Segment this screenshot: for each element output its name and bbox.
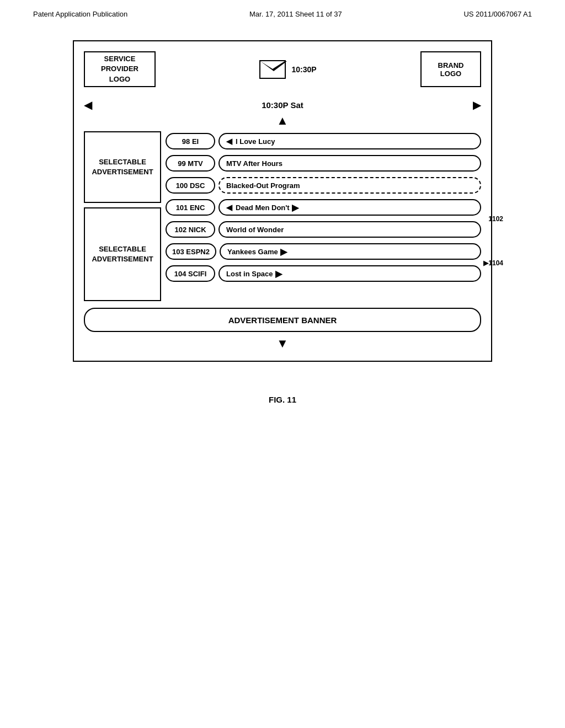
- channel-num-99: 99 MTV: [166, 155, 215, 172]
- envelope-icon: [259, 60, 286, 79]
- channel-list: 98 EI I Love Lucy 99 MTV MTV After Hours…: [166, 131, 481, 301]
- channel-program-100[interactable]: Blacked-Out Program: [218, 177, 481, 194]
- table-row[interactable]: 98 EI I Love Lucy: [166, 131, 481, 151]
- play-right-icon-101: ▶: [292, 202, 299, 213]
- ad-banner[interactable]: ADVERTISEMENT BANNER: [84, 308, 481, 332]
- channel-program-101[interactable]: Dead Men Don't ▶: [218, 199, 481, 216]
- header-right: US 2011/0067067 A1: [463, 10, 532, 18]
- table-row[interactable]: 99 MTV MTV After Hours: [166, 153, 481, 173]
- left-ads: SELECTABLE ADVERTISEMENT SELECTABLE ADVE…: [84, 131, 161, 301]
- annotation-1102: 1102: [488, 215, 503, 223]
- up-arrow[interactable]: ▲: [84, 114, 481, 128]
- time-icon-row: 10:30P: [259, 60, 316, 79]
- nav-left-arrow[interactable]: ◀: [84, 98, 92, 111]
- channel-program-102[interactable]: World of Wonder: [218, 221, 481, 238]
- ui-box: SERVICE PROVIDER LOGO 10:30P BRAND LOGO …: [73, 40, 492, 362]
- ad-box-bottom[interactable]: SELECTABLE ADVERTISEMENT: [84, 207, 161, 301]
- channel-program-98[interactable]: I Love Lucy: [218, 133, 481, 149]
- nav-right-arrow[interactable]: ▶: [473, 98, 481, 111]
- service-provider-logo: SERVICE PROVIDER LOGO: [84, 51, 156, 87]
- channel-num-98: 98 EI: [166, 133, 215, 149]
- page-header: Patent Application Publication Mar. 17, …: [0, 0, 565, 24]
- channel-num-102: 102 NICK: [166, 221, 215, 238]
- channel-program-99[interactable]: MTV After Hours: [218, 155, 481, 172]
- table-row[interactable]: 100 DSC Blacked-Out Program 1102: [166, 175, 481, 195]
- channel-num-100: 100 DSC: [166, 177, 215, 194]
- brand-logo: BRAND LOGO: [420, 51, 481, 87]
- nav-row: ◀ 10:30P Sat ▶: [84, 98, 481, 111]
- down-arrow[interactable]: ▼: [84, 336, 481, 351]
- annotation-1104: ▶1104: [483, 259, 503, 267]
- play-right-icon-104: ▶: [275, 269, 282, 279]
- figure-caption: FIG. 11: [269, 395, 296, 404]
- top-bar: SERVICE PROVIDER LOGO 10:30P BRAND LOGO: [84, 51, 481, 93]
- channel-num-104: 104 SCIFI: [166, 265, 215, 282]
- ad-box-top[interactable]: SELECTABLE ADVERTISEMENT: [84, 131, 161, 203]
- table-row[interactable]: 102 NICK World of Wonder: [166, 220, 481, 239]
- table-row[interactable]: 104 SCIFI Lost in Space ▶: [166, 264, 481, 283]
- table-row[interactable]: 103 ESPN2 Yankees Game ▶: [166, 242, 481, 261]
- time-label: 10:30P: [291, 65, 316, 74]
- grid-area: SELECTABLE ADVERTISEMENT SELECTABLE ADVE…: [84, 131, 481, 301]
- header-left: Patent Application Publication: [33, 10, 127, 18]
- table-row[interactable]: 101 ENC Dead Men Don't ▶ ▶1104: [166, 197, 481, 217]
- channel-program-103[interactable]: Yankees Game ▶: [220, 243, 481, 260]
- play-right-icon-103: ▶: [280, 247, 287, 257]
- nav-time: 10:30P Sat: [98, 100, 467, 110]
- channel-num-103: 103 ESPN2: [166, 243, 216, 260]
- channel-num-101: 101 ENC: [166, 199, 215, 216]
- center-header: 10:30P: [259, 60, 316, 79]
- main-content: SERVICE PROVIDER LOGO 10:30P BRAND LOGO …: [0, 24, 565, 404]
- channel-program-104[interactable]: Lost in Space ▶: [218, 265, 481, 282]
- header-middle: Mar. 17, 2011 Sheet 11 of 37: [249, 10, 342, 18]
